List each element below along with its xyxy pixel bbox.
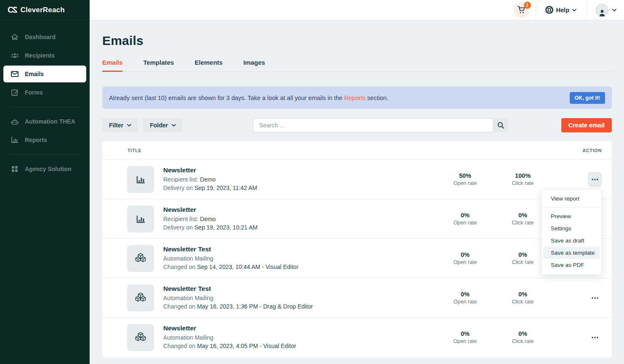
- filter-button[interactable]: Filter: [102, 118, 138, 132]
- sidebar-item-label: Forms: [25, 89, 43, 96]
- sidebar-item-label: Recipients: [25, 52, 55, 59]
- tab-elements[interactable]: Elements: [194, 59, 223, 71]
- table-row[interactable]: Newsletter Test Automation Mailing Chang…: [102, 239, 612, 278]
- sidebar-item-label: Emails: [25, 71, 44, 77]
- chevron-down-icon: [572, 9, 576, 11]
- banner-text: Already sent (last 10) emails are shown …: [109, 95, 388, 101]
- open-rate-stat: 0% Open rate: [436, 330, 494, 344]
- sidebar-item-label: Dashboard: [25, 34, 56, 40]
- bar-chart-thumb-icon: [127, 206, 154, 232]
- open-rate-stat: 50% Open rate: [436, 172, 494, 186]
- ok-got-it-button[interactable]: OK, got it!: [570, 92, 605, 104]
- sidebar-item-label: Agency Solution: [25, 166, 71, 172]
- chevron-down-icon: [172, 124, 176, 127]
- brand-name: CleverReach: [21, 6, 65, 14]
- ellipsis-icon: [592, 179, 598, 180]
- click-rate-stat: 100% Click rate: [494, 172, 552, 186]
- sidebar-item-label: Reports: [25, 137, 47, 143]
- table-row[interactable]: Newsletter Test Automation Mailing Chang…: [102, 278, 612, 318]
- menu-item-save-as-pdf[interactable]: Save as PDF: [543, 259, 600, 271]
- sidebar-divider: [8, 107, 81, 107]
- menu-item-save-as-draft[interactable]: Save as draft: [543, 235, 600, 247]
- cubes-thumb-icon: [127, 245, 154, 272]
- user-menu-button[interactable]: [586, 3, 616, 17]
- click-rate-stat: 0% Click rate: [494, 330, 552, 344]
- row-actions-button[interactable]: [588, 290, 602, 306]
- action-cell: [578, 290, 612, 306]
- search-button[interactable]: [493, 118, 508, 132]
- controls-bar: Filter Folder Create email: [102, 118, 612, 132]
- create-email-button[interactable]: Create email: [561, 118, 612, 132]
- avatar: [595, 3, 609, 17]
- menu-separator: [542, 207, 601, 208]
- sidebar-item-automation-thea[interactable]: Automation THEA: [3, 113, 86, 130]
- envelope-icon: [11, 70, 19, 78]
- open-rate-stat: 0% Open rate: [436, 291, 494, 305]
- row-actions-button[interactable]: [588, 172, 602, 187]
- help-label: Help: [556, 7, 569, 13]
- tab-templates[interactable]: Templates: [143, 59, 174, 71]
- email-title: Newsletter Test: [163, 285, 436, 293]
- sidebar-item-agency-solution[interactable]: Agency Solution: [3, 161, 86, 177]
- menu-item-save-as-template[interactable]: Save as template: [543, 247, 600, 259]
- title-column-header: TITLE: [127, 148, 142, 153]
- brand-logo[interactable]: C2 CleverReach: [0, 0, 90, 20]
- emails-table: TITLE ACTION Newsletter Recipient list:D…: [102, 141, 612, 358]
- sidebar-item-recipients[interactable]: Recipients: [3, 47, 86, 64]
- sidebar: C2 CleverReach Dashboard Recipients Em: [0, 0, 90, 364]
- life-ring-icon: [545, 6, 553, 14]
- table-row[interactable]: Newsletter Recipient list:Demo Delivery …: [102, 160, 612, 199]
- sidebar-nav: Dashboard Recipients Emails Forms: [0, 20, 90, 177]
- open-rate-stat: 0% Open rate: [436, 251, 494, 265]
- table-row[interactable]: Newsletter Recipient list:Demo Delivery …: [102, 199, 612, 239]
- table-header: TITLE ACTION: [102, 141, 612, 160]
- action-column-header: ACTION: [582, 148, 602, 153]
- edit-form-icon: [11, 89, 19, 96]
- reports-link[interactable]: Reports: [344, 95, 366, 101]
- action-cell: [578, 172, 612, 187]
- sidebar-item-dashboard[interactable]: Dashboard: [3, 29, 86, 45]
- menu-item-preview[interactable]: Preview: [543, 210, 600, 222]
- menu-item-settings[interactable]: Settings: [543, 222, 600, 235]
- email-info: Newsletter Recipient list:Demo Delivery …: [163, 206, 436, 232]
- sidebar-item-forms[interactable]: Forms: [3, 84, 86, 101]
- robot-icon: [11, 118, 19, 125]
- folder-button[interactable]: Folder: [143, 118, 183, 132]
- sidebar-item-reports[interactable]: Reports: [3, 132, 86, 148]
- table-row[interactable]: Newsletter Automation Mailing Changed on…: [102, 318, 612, 357]
- email-info: Newsletter Automation Mailing Changed on…: [163, 324, 436, 351]
- tab-bar: Emails Templates Elements Images: [102, 59, 612, 72]
- search-icon: [497, 122, 504, 129]
- cart-button[interactable]: 1: [514, 2, 530, 18]
- click-rate-stat: 0% Click rate: [494, 291, 552, 305]
- ellipsis-icon: [592, 337, 598, 338]
- search-input[interactable]: [253, 118, 493, 132]
- row-actions-menu: View report Preview Settings Save as dra…: [541, 189, 602, 275]
- cleverreach-logo-icon: C2: [8, 5, 18, 15]
- grid-icon: [11, 165, 19, 173]
- email-title: Newsletter: [163, 206, 436, 214]
- info-banner: Already sent (last 10) emails are shown …: [102, 87, 612, 109]
- chevron-down-icon: [612, 9, 616, 11]
- action-cell: [578, 330, 612, 345]
- sidebar-item-emails[interactable]: Emails: [3, 66, 86, 82]
- tab-emails[interactable]: Emails: [102, 59, 122, 71]
- chevron-down-icon: [127, 124, 131, 127]
- chart-icon: [11, 136, 19, 144]
- open-rate-stat: 0% Open rate: [436, 212, 494, 226]
- home-icon: [11, 33, 19, 41]
- page-title: Emails: [102, 34, 612, 48]
- cubes-thumb-icon: [127, 324, 154, 351]
- topbar: 1 Help: [90, 0, 624, 20]
- tab-images[interactable]: Images: [243, 59, 265, 71]
- email-title: Newsletter: [163, 324, 436, 332]
- cart-badge: 1: [524, 2, 531, 9]
- row-actions-button[interactable]: [588, 330, 602, 345]
- email-title: Newsletter Test: [163, 245, 436, 253]
- app-window: C2 CleverReach Dashboard Recipients Em: [0, 0, 624, 364]
- email-info: Newsletter Test Automation Mailing Chang…: [163, 245, 436, 272]
- help-menu-button[interactable]: Help: [536, 6, 586, 14]
- users-icon: [11, 52, 19, 59]
- menu-item-view-report[interactable]: View report: [543, 193, 600, 205]
- person-icon: [598, 8, 606, 17]
